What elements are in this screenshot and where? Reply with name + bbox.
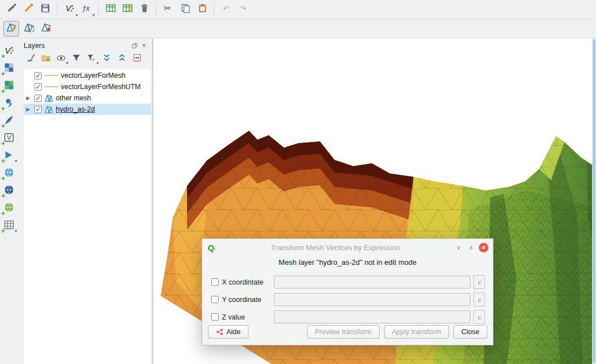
x-coordinate-checkbox[interactable] — [211, 278, 219, 286]
expander-icon[interactable]: ▶ — [25, 106, 32, 112]
layer-item[interactable]: ▶✓other mesh — [24, 92, 151, 104]
preview-transform-button[interactable]: Preview transform — [307, 325, 380, 339]
open-layer-styling-button[interactable] — [24, 52, 37, 65]
expand-all-icon — [102, 53, 112, 65]
help-button[interactable]: Aide — [208, 325, 248, 339]
add-database-layer-button[interactable]: +▾ — [2, 149, 16, 163]
z-value-checkbox[interactable] — [211, 313, 219, 321]
filter-by-expression-icon: ε — [87, 53, 96, 65]
dropdown-caret-icon[interactable]: ▾ — [15, 159, 17, 163]
y-coordinate-checkbox[interactable] — [211, 296, 219, 303]
field-calculator-button[interactable]: ƒx▾ — [78, 2, 94, 17]
manage-map-themes-button[interactable]: ▾ — [54, 52, 68, 65]
layer-item[interactable]: ✓vectorLayerForMeshUTM — [24, 81, 151, 92]
add-wcs-layer-button[interactable]: + — [2, 184, 16, 198]
undo-icon: ↶ — [221, 3, 232, 16]
paste-features-icon — [197, 3, 208, 16]
cut-features-button[interactable]: ✂ — [161, 2, 176, 17]
close-button[interactable]: Close — [453, 325, 487, 339]
dock-chevron-up-icon[interactable]: ∧ — [466, 244, 475, 251]
layer-item[interactable]: ▶✓hydro_as-2d — [24, 104, 151, 115]
cut-features-icon: ✂ — [163, 3, 174, 16]
x-coordinate-expression-builder-button[interactable]: ε — [473, 275, 485, 289]
scrollbar-thumb[interactable] — [593, 39, 595, 363]
open-attribute-table-button[interactable] — [119, 2, 135, 17]
transform-mesh-vertices-button[interactable] — [38, 21, 54, 37]
layer-visibility-checkbox[interactable]: ✓ — [34, 95, 42, 102]
z-value-label: Z value — [222, 313, 274, 321]
add-wfs-layer-button[interactable]: + — [2, 201, 16, 216]
add-vector-layer-button[interactable]: V+ — [2, 44, 16, 59]
toggle-mesh-editing-button[interactable] — [3, 21, 19, 37]
expander-icon[interactable]: ▶ — [25, 95, 32, 101]
collapse-all-button[interactable] — [115, 52, 128, 65]
apply-transform-button[interactable]: Apply transform — [384, 325, 450, 339]
panel-float-icon[interactable] — [130, 41, 139, 50]
add-wms-layer-button[interactable]: + — [2, 166, 16, 181]
y-coordinate-expression-input[interactable] — [274, 293, 470, 306]
redo-button[interactable]: ↷ — [235, 2, 251, 17]
svg-text:↶: ↶ — [223, 4, 229, 13]
current-edits-icon — [6, 3, 17, 16]
remove-layer-button[interactable] — [130, 52, 144, 65]
undo-button[interactable]: ↶ — [219, 2, 234, 17]
y-coordinate-expression-builder-button[interactable]: ε — [473, 292, 485, 307]
add-group-icon: + — [41, 53, 51, 65]
redo-icon: ↷ — [238, 3, 249, 16]
save-layer-edits-button[interactable] — [37, 2, 53, 17]
add-mesh-layer-button[interactable]: + — [2, 79, 16, 94]
layers-panel-header: Layers × — [18, 38, 152, 51]
attributes-form-button[interactable] — [103, 2, 118, 17]
layer-visibility-checkbox[interactable]: ✓ — [34, 106, 42, 113]
filter-by-expression-button[interactable]: ε▾ — [84, 52, 98, 65]
digitizing-toolbar: V▾ƒx▾✂↶↷ — [0, 0, 596, 19]
add-delimited-text-layer-button[interactable]: + — [2, 96, 16, 111]
layer-item[interactable]: ✓vectorLayerForMesh — [24, 70, 151, 81]
panel-close-icon[interactable]: × — [139, 41, 149, 50]
x-coordinate-expression-input[interactable] — [274, 276, 470, 288]
z-value-expression-input[interactable] — [274, 310, 470, 323]
add-spatialite-layer-button[interactable]: V+ — [2, 131, 16, 146]
select-mesh-elements-button[interactable] — [21, 21, 37, 37]
layers-panel: Layers × +▾ε▾ ✓vectorLayerForMesh✓vector… — [18, 38, 152, 364]
add-virtual-layer-button[interactable]: +▾ — [2, 219, 16, 233]
layer-visibility-checkbox[interactable]: ✓ — [34, 72, 42, 79]
add-geopackage-layer-button[interactable]: + — [2, 114, 16, 128]
layers-list: ✓vectorLayerForMesh✓vectorLayerForMeshUT… — [24, 69, 151, 364]
toolbar-separator — [214, 3, 215, 16]
digitize-feature-icon: V — [64, 3, 75, 16]
copy-features-button[interactable] — [177, 2, 193, 17]
layer-visibility-checkbox[interactable]: ✓ — [34, 83, 42, 91]
dropdown-caret-icon[interactable]: ▾ — [75, 13, 78, 17]
add-plus-badge: + — [1, 158, 5, 165]
add-group-button[interactable]: + — [39, 52, 52, 65]
dialog-buttons: Aide Preview transform Apply transform C… — [208, 325, 487, 339]
manage-layers-toolbar: V+++++V++▾++++▾ — [0, 38, 18, 364]
manage-map-themes-icon — [56, 53, 66, 65]
dock-chevron-down-icon[interactable]: ∨ — [454, 244, 463, 251]
expand-all-button[interactable] — [100, 52, 113, 65]
layer-name: vectorLayerForMesh — [61, 72, 126, 79]
add-plus-badge: + — [1, 228, 5, 234]
dropdown-caret-icon[interactable]: ▾ — [66, 61, 68, 65]
filter-legend-button[interactable] — [69, 52, 83, 65]
dropdown-caret-icon[interactable]: ▾ — [92, 13, 95, 17]
svg-text:+: + — [46, 56, 50, 63]
vertical-scrollbar[interactable] — [592, 38, 596, 364]
current-edits-button[interactable] — [3, 2, 19, 17]
z-value-expression-builder-button[interactable]: ε — [473, 310, 485, 324]
add-plus-badge: + — [1, 53, 5, 60]
layers-panel-toolbar: +▾ε▾ — [18, 51, 152, 66]
dialog-close-icon[interactable]: × — [479, 243, 488, 252]
select-mesh-elements-icon — [24, 22, 34, 35]
dropdown-caret-icon[interactable]: ▾ — [96, 61, 99, 65]
layers-panel-title: Layers — [24, 42, 45, 50]
toolbar-separator — [57, 3, 57, 16]
dropdown-caret-icon[interactable]: ▾ — [15, 229, 17, 233]
paste-features-button[interactable] — [194, 2, 210, 17]
dialog-titlebar[interactable]: Q Transform Mesh Vertices by Expression … — [202, 239, 493, 256]
digitize-feature-button[interactable]: V▾ — [61, 2, 77, 17]
add-raster-layer-button[interactable]: + — [2, 61, 16, 76]
delete-selected-button[interactable] — [136, 2, 152, 17]
toggle-editing-button[interactable] — [20, 2, 36, 17]
